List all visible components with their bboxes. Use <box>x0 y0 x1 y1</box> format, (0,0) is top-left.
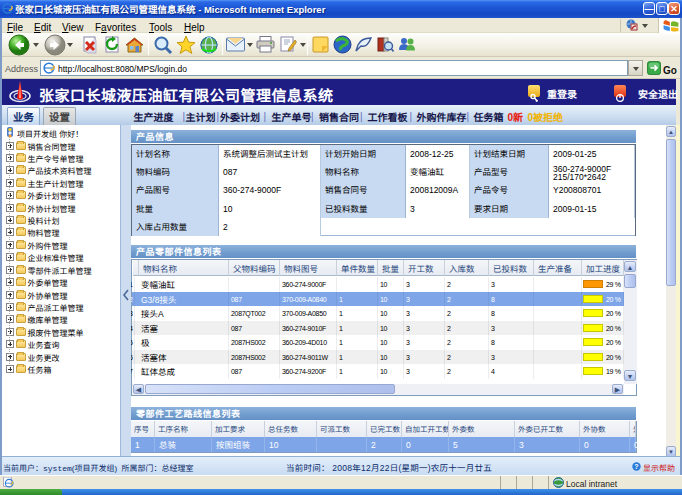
svg-text:?: ? <box>634 462 638 471</box>
